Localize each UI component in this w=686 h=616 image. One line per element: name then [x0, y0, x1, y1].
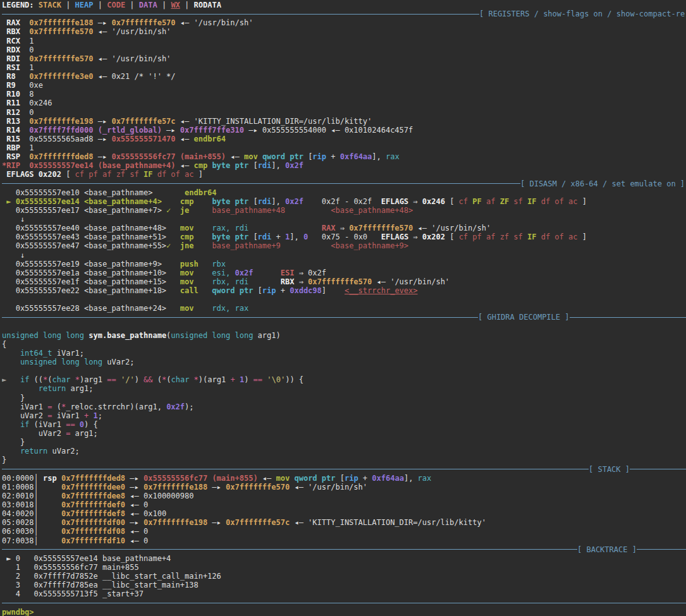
text-segment: DATA: [139, 1, 157, 9]
text-segment: mov: [180, 304, 194, 313]
text-segment: —▸: [125, 474, 144, 483]
text-segment: *: [75, 375, 80, 384]
decompile-section-header: [ GHIDRA DECOMPILE ]: [2, 313, 686, 322]
decompile-row: }: [2, 438, 686, 447]
text-segment: —▸: [94, 18, 112, 27]
text-segment: ◂— 0x21 /* '!' */: [94, 72, 176, 81]
text-segment: 0x7fffffffe570: [349, 224, 413, 233]
text-segment: rdx, rax: [212, 304, 248, 313]
text-segment: rbx: [212, 260, 226, 269]
backtrace-row: 1 0x55555556fc77 main+855: [2, 563, 686, 572]
section-rule-line: [2, 14, 479, 15]
text-segment: ◂— 0: [125, 536, 148, 545]
bottom-separator: [2, 598, 686, 607]
text-segment: uVar2: [2, 429, 66, 438]
text-segment: [193, 224, 212, 233]
text-segment: ]: [193, 170, 202, 179]
text-segment: 0x7fffffffdee0: [61, 483, 125, 492]
text-segment: 0x7fffffffded8: [61, 474, 125, 483]
text-segment: R12: [2, 108, 29, 117]
text-segment: 0x7fffffffe570: [29, 54, 93, 63]
text-segment: [89, 411, 93, 420]
section-title: [ GHIDRA DECOMPILE ]: [478, 313, 570, 322]
text-segment: jne: [180, 241, 194, 250]
text-segment: │: [34, 474, 43, 483]
text-segment: R14: [2, 126, 29, 135]
pwndbg-terminal[interactable]: LEGEND: STACK | HEAP | CODE | DATA | WX …: [0, 0, 686, 616]
text-segment: [235, 375, 240, 384]
text-segment: PF: [472, 197, 481, 206]
text-segment: &&: [144, 375, 152, 384]
text-segment: IF: [144, 170, 152, 179]
text-segment: 0xddc98: [290, 286, 322, 295]
text-segment: <base_pathname+9>: [331, 241, 408, 250]
text-segment: 0x2f - 0x2f: [322, 197, 372, 206]
text-segment: (: [52, 402, 61, 411]
text-segment: RDI: [2, 54, 29, 63]
text-segment: 0x55555557ee14 (base_pathname+4): [29, 161, 175, 170]
text-segment: ◂— '/usr/bin/sh': [176, 18, 254, 27]
text-segment: rip: [312, 152, 326, 161]
disasm-row: 0x55555557ee40 <base_pathname+48> mov ra…: [2, 224, 686, 233]
text-segment: 0x55555557ee22 <base_pathname+18>: [2, 286, 180, 295]
text-segment: [: [253, 286, 262, 295]
text-segment: +: [276, 286, 290, 295]
text-segment: mov: [180, 224, 194, 233]
text-segment: [162, 197, 180, 206]
text-segment: R8: [2, 72, 29, 81]
text-segment: mov: [180, 269, 194, 277]
text-segment: rax: [386, 152, 400, 161]
decompile-row: }: [2, 456, 686, 464]
text-segment: ((: [29, 375, 43, 384]
text-segment: 03:0018│: [2, 500, 61, 509]
text-segment: push: [180, 260, 199, 269]
text-segment: |: [180, 1, 194, 9]
text-segment: endbr64: [185, 188, 217, 197]
text-segment: [253, 269, 280, 277]
text-segment: [171, 241, 180, 250]
text-segment: rip: [262, 286, 276, 295]
text-segment: 0x2f: [285, 161, 303, 170]
disasm-row: 0x55555557ee28 <base_pathname+24> mov rd…: [2, 304, 686, 313]
backtrace-row: 3 0x7ffff7d785ea __libc_start_main+138: [2, 581, 686, 589]
text-segment: R11: [2, 99, 29, 107]
text-segment: 04:0020│: [2, 509, 61, 518]
text-segment: [: [445, 197, 459, 206]
legend-row: LEGEND: STACK | HEAP | CODE | DATA | WX …: [2, 1, 686, 9]
text-segment: ],: [271, 197, 285, 206]
decompile-row: return uVar2;: [2, 447, 686, 456]
text-segment: WX: [171, 1, 180, 9]
text-segment: [189, 375, 193, 384]
text-segment: [308, 233, 322, 241]
text-segment: )) {: [285, 375, 303, 384]
text-segment: ⇒: [408, 197, 422, 206]
text-segment: 0x7fffffffded8: [29, 152, 93, 161]
text-segment: [: [336, 474, 345, 483]
text-segment: 0x55555557ee40 <base_pathname+48>: [2, 224, 180, 233]
section-rule-line: [2, 469, 589, 469]
text-segment: mov: [180, 277, 194, 286]
text-segment: ESI: [281, 269, 295, 277]
text-segment: ) {: [84, 420, 98, 429]
text-segment: |: [61, 1, 75, 9]
terminal-prompt[interactable]: pwndbg>: [2, 608, 686, 616]
text-segment: esi,: [212, 269, 235, 277]
text-segment: uVar2;: [47, 447, 80, 456]
text-segment: —▸: [207, 518, 226, 527]
backtrace-section-header: [ BACKTRACE ]: [2, 545, 686, 554]
text-segment: 1: [29, 63, 34, 72]
text-segment: 0x7fffffffe3e0: [29, 72, 93, 81]
text-segment: cmp: [180, 197, 194, 206]
text-segment: ↓: [2, 251, 25, 260]
terminal-output: LEGEND: STACK | HEAP | CODE | DATA | WX …: [2, 1, 686, 608]
text-segment: ],: [271, 161, 285, 170]
text-segment: '\0': [267, 375, 285, 384]
text-segment: IF: [527, 197, 536, 206]
text-segment: cf pf af zf sf: [75, 170, 144, 179]
text-segment: 0x7ffff7ffd000 (_rtld_global): [29, 126, 162, 135]
text-segment: 0x7fffffffdef0: [61, 500, 125, 509]
decompile-row: unsigned long long sym.base_pathname(uns…: [2, 331, 686, 340]
register-row-rbx: RBX 0x7fffffffe570 ◂— '/usr/bin/sh': [2, 27, 686, 36]
stack-row: 00:0000│ rsp 0x7fffffffded8 —▸ 0x5555555…: [2, 474, 686, 483]
text-segment: [: [248, 197, 257, 206]
